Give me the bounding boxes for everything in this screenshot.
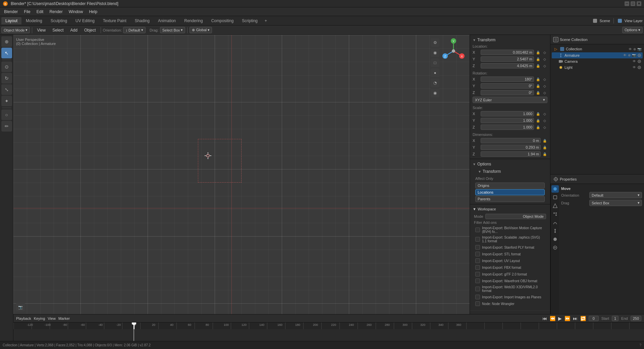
transform-header[interactable]: ▼ Transform <box>473 36 547 44</box>
toolbar-select[interactable]: Select <box>50 27 66 33</box>
cursor-tool-btn[interactable]: ⊕ <box>1 36 12 47</box>
armature-render[interactable]: 📷 <box>632 53 636 57</box>
minimize-button[interactable]: ─ <box>625 1 629 6</box>
tab-uv-editing[interactable]: UV Editing <box>71 17 99 24</box>
move-tool-btn[interactable]: ⊙ <box>1 61 12 72</box>
active-object-icon[interactable] <box>551 185 559 193</box>
timeline-body[interactable]: -120 -100 -80 -60 -40 -20 0 20 40 60 80 … <box>13 322 644 341</box>
scale-z-value[interactable]: 1.000 <box>481 124 534 130</box>
drag-value-dropdown[interactable]: Select Box ▾ <box>589 200 642 206</box>
parents-btn[interactable]: Parents <box>475 196 545 202</box>
loc-z-anim[interactable]: ◇ <box>542 63 547 68</box>
collection-eye[interactable]: 👁 <box>629 47 632 51</box>
workspace-header[interactable]: ▼ Workspace <box>473 206 547 212</box>
shading-material-btn[interactable]: ◔ <box>431 79 439 87</box>
timeline-view[interactable]: View <box>48 316 56 320</box>
orientation-dropdown[interactable]: ↕ Default ▾ <box>123 27 145 33</box>
scale-y-anim[interactable]: ◇ <box>542 118 547 123</box>
viewport-gizmo[interactable]: Y X Z <box>440 38 467 64</box>
start-frame[interactable]: 1 <box>612 316 619 321</box>
menu-edit[interactable]: Edit <box>34 9 46 15</box>
timeline-marker[interactable]: Marker <box>58 316 70 320</box>
light-eye[interactable]: 👁 <box>633 65 636 69</box>
tab-layout[interactable]: Layout <box>1 17 21 24</box>
rot-z-lock[interactable]: 🔒 <box>535 90 541 95</box>
addon-check-9[interactable] <box>475 295 480 299</box>
menu-help[interactable]: Help <box>86 9 100 15</box>
loc-x-anim[interactable]: ◇ <box>542 50 547 55</box>
viewport-camera-btn[interactable]: 📷 <box>16 303 25 311</box>
outliner-light[interactable]: Light 👁 <box>552 64 643 70</box>
rot-y-value[interactable]: 0° <box>481 83 534 89</box>
tab-animation[interactable]: Animation <box>154 17 180 24</box>
scale-y-value[interactable]: 1.000 <box>481 118 534 123</box>
object-data-icon[interactable] <box>551 227 559 235</box>
scale-z-lock[interactable]: 🔒 <box>535 124 541 130</box>
loc-z-value[interactable]: 4.0425 m <box>481 63 534 68</box>
loc-y-value[interactable]: 2.5407 m <box>481 56 534 62</box>
select-tool-btn[interactable]: ↖ <box>1 48 12 58</box>
armature-eye[interactable]: 👁 <box>623 53 627 57</box>
orient-value-dropdown[interactable]: Default ▾ <box>589 192 642 198</box>
scale-x-lock[interactable]: 🔒 <box>535 111 541 116</box>
current-frame-display[interactable]: 0 <box>589 316 599 321</box>
scale-x-value[interactable]: 1.000 <box>481 111 534 116</box>
modifier-icon[interactable] <box>551 202 559 209</box>
tab-scripting[interactable]: Scripting <box>238 17 262 24</box>
particle-icon[interactable] <box>551 210 559 218</box>
camera-eye[interactable]: 👁 <box>633 59 636 63</box>
rot-z-value[interactable]: 0° <box>481 90 534 95</box>
material-icon[interactable] <box>551 236 559 243</box>
loc-z-lock[interactable]: 🔒 <box>535 63 541 68</box>
addon-check-3[interactable] <box>475 252 480 256</box>
addon-check-6[interactable] <box>475 272 480 277</box>
play-btn[interactable]: ▶ <box>558 316 562 321</box>
addon-check-0[interactable] <box>475 228 480 232</box>
menu-window[interactable]: Window <box>66 9 86 15</box>
loc-y-lock[interactable]: 🔒 <box>535 56 541 62</box>
addon-check-10[interactable] <box>475 301 480 306</box>
object-mode-dropdown[interactable]: Object Mode ▾ <box>1 27 30 33</box>
rot-x-anim[interactable]: ◇ <box>542 77 547 82</box>
addon-check-2[interactable] <box>475 245 480 250</box>
tab-shading[interactable]: Shading <box>131 17 154 24</box>
dim-y-lock[interactable]: 🔒 <box>542 145 547 150</box>
toolbar-object[interactable]: Object <box>82 27 99 33</box>
tab-texture-paint[interactable]: Texture Paint <box>99 17 130 24</box>
timeline-playback[interactable]: Playback <box>16 316 31 320</box>
end-frame[interactable]: 250 <box>631 316 641 321</box>
dim-y-value[interactable]: 0.293 m <box>481 145 541 150</box>
measure-tool-btn[interactable]: ✏ <box>1 121 12 132</box>
outliner-armature[interactable]: Armature 👁 ⊕ 📷 <box>552 52 643 58</box>
rot-y-lock[interactable]: 🔒 <box>535 83 541 89</box>
loc-x-value[interactable]: 0.001482 m <box>481 50 534 55</box>
jump-end-btn[interactable]: ⏭ <box>573 316 578 321</box>
jump-start-btn[interactable]: ⏮ <box>542 316 547 321</box>
options-transform-header[interactable]: ▼ Transform <box>473 168 547 175</box>
options-header[interactable]: ▼ Options <box>473 160 547 168</box>
addon-check-5[interactable] <box>475 265 480 270</box>
tab-compositing[interactable]: Compositing <box>207 17 238 24</box>
transform-tool-btn[interactable]: ✦ <box>1 96 12 106</box>
loop-btn[interactable]: 🔁 <box>580 316 586 321</box>
dim-z-lock[interactable]: 🔒 <box>542 151 547 157</box>
toolbar-view[interactable]: View <box>34 27 48 33</box>
tab-modeling[interactable]: Modeling <box>22 17 46 24</box>
rot-y-anim[interactable]: ◇ <box>542 83 547 89</box>
addon-check-4[interactable] <box>475 258 480 263</box>
loc-y-anim[interactable]: ◇ <box>542 56 547 62</box>
scale-z-anim[interactable]: ◇ <box>542 124 547 130</box>
drag-dropdown[interactable]: Select Box ▾ <box>160 27 185 33</box>
origins-btn[interactable]: Origins <box>475 183 545 189</box>
scale-x-anim[interactable]: ◇ <box>542 111 547 116</box>
rot-x-value[interactable]: 180° <box>481 77 534 82</box>
scale-y-lock[interactable]: 🔒 <box>535 118 541 123</box>
addon-check-7[interactable] <box>475 279 480 283</box>
shading-render-btn[interactable]: ◉ <box>431 89 439 97</box>
outliner-camera[interactable]: Camera 👁 <box>552 58 643 64</box>
overlay-btn[interactable]: ◉ <box>431 48 439 57</box>
scale-tool-btn[interactable]: ⤡ <box>1 84 12 95</box>
physics-icon[interactable] <box>551 219 559 226</box>
annotate-tool-btn[interactable]: ○ <box>1 109 12 120</box>
global-dropdown[interactable]: ⊕ Global ▾ <box>190 27 212 33</box>
